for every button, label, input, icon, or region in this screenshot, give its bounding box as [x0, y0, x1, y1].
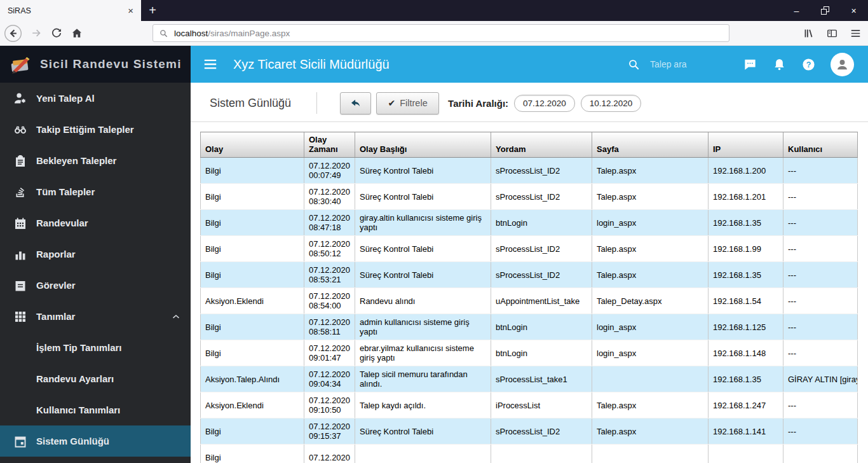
table-row: Bilgi07.12.2020 08:53:21Süreç Kontrol Ta…: [201, 262, 858, 288]
table-row: Bilgi07.12.2020 08:30:40Süreç Kontrol Ta…: [201, 184, 858, 210]
cell-yordam: btnLogin: [491, 340, 592, 366]
chevron-up-icon: [170, 311, 182, 322]
cell-kullanici: GİRAY ALTIN [giray: [783, 366, 858, 392]
cell-zaman: 07.12.2020 08:58:11: [304, 314, 355, 340]
column-header-ip[interactable]: IP: [709, 132, 783, 158]
cell-yordam: sProcessList_take1: [491, 366, 592, 392]
url-path: /siras/mainPage.aspx: [208, 29, 290, 38]
cell-zaman: 07.12.2020 00:07:49: [304, 158, 355, 184]
cell-yordam: sProcessList_ID2: [491, 184, 592, 210]
cell-baslik: admin kullanıcısı sisteme giriş yaptı: [355, 314, 491, 340]
column-header-sayfa[interactable]: Sayfa: [592, 132, 709, 158]
url-host: localhost: [174, 29, 208, 38]
page-toolbar: Sistem Günlüğü ✔ Filtrele Tarihi Aralığı…: [210, 90, 868, 116]
search-input[interactable]: [649, 59, 724, 70]
sidebar-item-kullanici-tanimlari[interactable]: Kullanıcı Tanımları: [0, 394, 191, 425]
notifications-button[interactable]: [772, 57, 787, 72]
browser-back-button[interactable]: [4, 24, 22, 43]
sidebar-item-label: Sistem Günlüğü: [36, 436, 182, 446]
user-avatar[interactable]: [831, 53, 854, 76]
address-bar[interactable]: localhost/siras/mainPage.aspx: [153, 24, 729, 42]
sidebar-item-takip-ettigim-talepler[interactable]: Takip Ettiğim Talepler: [0, 114, 191, 145]
sidebar-item-sistem-gunlugu[interactable]: Sistem Günlüğü: [0, 425, 191, 457]
cell-yordam: sProcessList_ID2: [491, 418, 592, 445]
cell-ip: 192.168.1.148: [709, 340, 783, 366]
sidebar-menu: Yeni Talep AlTakip Ettiğim TaleplerBekle…: [0, 83, 191, 463]
filter-button[interactable]: ✔ Filtrele: [376, 92, 439, 114]
column-header-olay[interactable]: Olay: [201, 132, 304, 158]
sidebar-item-islem-tip-tanimlari[interactable]: İşlem Tip Tanımları: [0, 332, 191, 363]
column-header-yordam[interactable]: Yordam: [491, 132, 592, 158]
search-icon: [627, 58, 641, 71]
cell-kullanici: [783, 445, 858, 463]
date-to-input[interactable]: 10.12.2020: [581, 95, 642, 112]
help-button[interactable]: ?: [801, 57, 816, 72]
grid-icon: [13, 309, 28, 324]
cell-olay: Bilgi: [201, 236, 304, 262]
calendar-log-icon: [13, 434, 28, 449]
column-header-kullanici[interactable]: Kullanıcı: [783, 132, 858, 158]
browser-forward-button[interactable]: [30, 27, 43, 39]
window-restore-icon: [821, 6, 829, 15]
cell-olay: Bilgi: [201, 210, 304, 236]
sidebar-item-label: Randevular: [36, 218, 182, 228]
table-row: Aksiyon.Talep.Alındı07.12.2020 09:04:34T…: [201, 366, 858, 392]
home-button[interactable]: [71, 27, 83, 39]
sidebar-item-label: Tüm Talepler: [36, 186, 182, 197]
toolbar-separator: [191, 121, 868, 122]
browser-toolbar: localhost/siras/mainPage.aspx: [0, 21, 868, 46]
sidebar-item-randevu-ayarlari[interactable]: Randevu Ayarları: [0, 363, 191, 394]
person-icon: [834, 57, 850, 73]
cell-baslik: [355, 445, 491, 463]
messages-button[interactable]: [743, 57, 757, 72]
cell-kullanici: ---: [783, 340, 858, 366]
column-header-zaman[interactable]: Olay Zamanı: [304, 132, 355, 158]
sidebar-item-randevular[interactable]: Randevular: [0, 207, 191, 238]
table-row: Bilgi07.12.2020 08:58:11admin kullanıcıs…: [201, 314, 858, 340]
cell-ip: 192.168.1.200: [709, 158, 783, 184]
cell-baslik: Süreç Kontrol Talebi: [355, 236, 491, 262]
cell-olay: Bilgi: [201, 158, 304, 184]
cell-sayfa: Talep.aspx: [592, 262, 709, 288]
sidebar-item-gorevler[interactable]: Görevler: [0, 270, 191, 301]
browser-tab-active[interactable]: SiRAS ×: [0, 0, 141, 21]
sidebar-item-label: Yeni Talep Al: [36, 93, 182, 104]
cell-olay: Bilgi: [201, 340, 304, 366]
cell-zaman: 07.12.2020 08:54:00: [304, 288, 355, 314]
table-row: Bilgi07.12.2020 00:07:49Süreç Kontrol Ta…: [201, 158, 858, 184]
sidebar-item-label: Raporlar: [36, 249, 182, 259]
cell-zaman: 07.12.2020 08:50:12: [304, 236, 355, 262]
column-header-baslik[interactable]: Olay Başlığı: [355, 132, 491, 158]
sidebar-item-label: İşlem Tip Tanımları: [36, 342, 182, 353]
sidebar-item-tanimlar[interactable]: Tanımlar: [0, 301, 191, 332]
back-button[interactable]: [340, 92, 371, 114]
menu-toggle-button[interactable]: [202, 56, 219, 73]
cell-kullanici: ---: [783, 236, 858, 262]
window-restore-button[interactable]: [811, 0, 839, 21]
cell-sayfa: Talep.aspx: [592, 158, 709, 184]
sidebar-item-bekleyen-talepler[interactable]: Bekleyen Talepler: [0, 145, 191, 176]
cell-zaman: 07.12.2020 08:30:40: [304, 184, 355, 210]
header-search[interactable]: [627, 58, 724, 71]
cell-kullanici: ---: [783, 418, 858, 445]
sidebar-item-tum-talepler[interactable]: Tüm Talepler: [0, 176, 191, 207]
browser-menu-button[interactable]: [850, 27, 862, 39]
sidebar-toggle-button[interactable]: [826, 27, 838, 39]
reload-button[interactable]: [50, 27, 63, 39]
new-tab-button[interactable]: +: [141, 0, 164, 21]
svg-text:?: ?: [806, 60, 811, 69]
cell-zaman: 07.12.2020 08:47:18: [304, 210, 355, 236]
cell-sayfa: Talep.aspx: [592, 392, 709, 418]
table-row: Bilgi07.12.2020: [201, 445, 858, 463]
sidebar-item-yeni-talep-al[interactable]: Yeni Talep Al: [0, 83, 191, 114]
cell-baslik: Randevu alındı: [355, 288, 491, 314]
window-close-button[interactable]: ×: [839, 0, 868, 21]
window-minimize-button[interactable]: –: [782, 0, 811, 21]
tasks-icon: [13, 278, 28, 293]
cell-olay: Aksiyon.Eklendi: [201, 392, 304, 418]
tab-close-icon[interactable]: ×: [128, 6, 133, 15]
app-logo-bar: Sicil Randevu Sistemi: [0, 46, 191, 83]
sidebar-item-raporlar[interactable]: Raporlar: [0, 238, 191, 270]
library-button[interactable]: [803, 27, 815, 39]
date-from-input[interactable]: 07.12.2020: [514, 95, 575, 112]
